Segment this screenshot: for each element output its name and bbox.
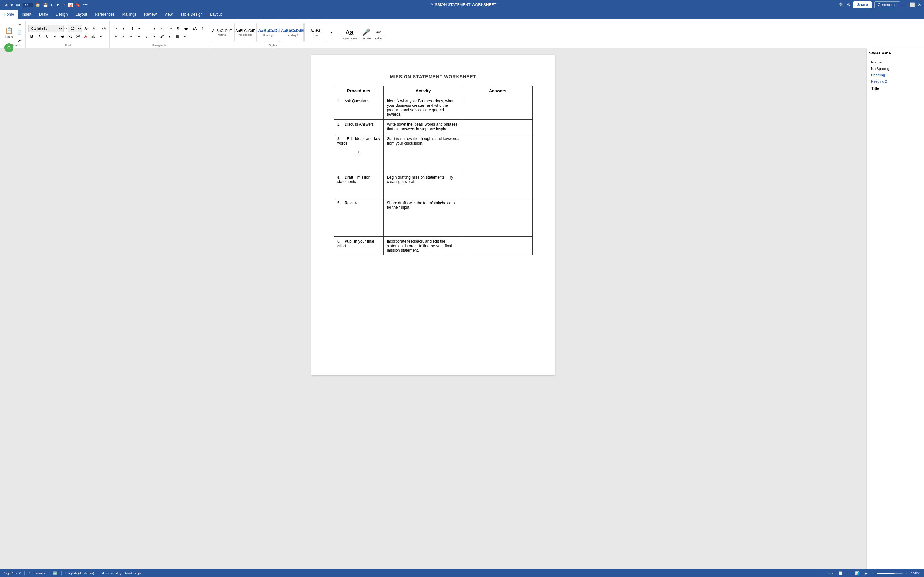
highlight-button[interactable]: ab — [90, 33, 97, 40]
superscript-button[interactable]: x² — [74, 33, 81, 40]
web-layout-icon[interactable]: ≡ — [846, 571, 851, 576]
bookmark-icon[interactable]: 🔖 — [75, 2, 81, 8]
show-formatting[interactable]: ◀▶ — [182, 25, 190, 32]
zoom-out-button[interactable]: − — [871, 571, 876, 576]
style-entry-normal[interactable]: Normal — [869, 59, 921, 65]
page-info[interactable]: Page 1 of 2 — [3, 571, 21, 575]
tab-draw[interactable]: Draw — [35, 10, 52, 19]
tab-table-layout[interactable]: Layout — [206, 10, 226, 19]
numbered-list-button[interactable]: ≡1 — [128, 25, 135, 32]
style-no-spacing[interactable]: AaBbCcDdE No Spacing — [234, 23, 257, 42]
present-icon[interactable]: 📊 — [67, 2, 73, 8]
answer-4[interactable] — [463, 172, 533, 198]
search-icon[interactable]: 🔍 — [838, 2, 844, 7]
user-avatar[interactable]: G — [5, 48, 13, 52]
print-layout-icon[interactable]: 📄 — [837, 571, 844, 576]
accessibility-status[interactable]: Accessibility: Good to go — [102, 571, 141, 575]
italic-button[interactable]: I — [36, 33, 43, 40]
zoom-level[interactable]: 156% — [910, 571, 921, 576]
shading-dd[interactable]: ▾ — [166, 33, 173, 40]
decrease-indent[interactable]: ⇤ — [159, 25, 166, 32]
close-icon[interactable]: ✕ — [918, 2, 921, 7]
spell-check-icon[interactable]: 🔤 — [53, 571, 57, 575]
underline-button[interactable]: U — [44, 33, 51, 40]
reading-view-icon[interactable]: ▶ — [863, 571, 869, 576]
tab-design[interactable]: Design — [52, 10, 71, 19]
align-center-button[interactable]: ≡ — [120, 33, 127, 40]
bullet-dd[interactable]: ▾ — [120, 25, 127, 32]
styles-more-button[interactable]: ▾ — [328, 29, 335, 36]
clear-formatting[interactable]: ✕A — [99, 25, 107, 32]
editor-button[interactable]: ✏ Editor — [373, 25, 384, 43]
answer-5[interactable] — [463, 198, 533, 237]
tab-table-design[interactable]: Table Design — [176, 10, 206, 19]
tab-review[interactable]: Review — [140, 10, 160, 19]
settings-icon[interactable]: ⚙ — [846, 2, 851, 7]
undo-dropdown-icon[interactable]: ▾ — [56, 2, 60, 8]
font-color-dropdown[interactable]: ▾ — [97, 33, 105, 40]
redo-icon[interactable]: ↪ — [61, 2, 66, 8]
autosave-state[interactable]: OFF — [23, 3, 33, 7]
zoom-slider[interactable] — [877, 572, 903, 574]
table-add-button[interactable]: + — [356, 150, 361, 155]
style-normal[interactable]: AaBbCcDdE Normal — [211, 23, 233, 42]
style-entry-title[interactable]: Title — [869, 85, 921, 92]
answer-2[interactable] — [463, 119, 533, 134]
style-heading1[interactable]: AaBbCcDd Heading 1 — [258, 23, 280, 42]
justify-button[interactable]: ≡ — [136, 33, 142, 40]
save-icon[interactable]: 💾 — [42, 2, 49, 8]
minimize-icon[interactable]: — — [903, 2, 907, 7]
share-button[interactable]: Share — [853, 1, 872, 8]
line-spacing-button[interactable]: ↕ — [143, 33, 150, 40]
font-size-decrease[interactable]: A▾ — [64, 27, 67, 30]
multilevel-dd[interactable]: ▾ — [151, 25, 158, 32]
align-left-button[interactable]: ≡ — [112, 33, 120, 40]
show-marks[interactable]: ¶ — [199, 25, 206, 32]
styles-pane-button[interactable]: Aa Styles Pane — [340, 25, 359, 43]
bullet-list-button[interactable]: ≡• — [112, 25, 120, 32]
dictate-button[interactable]: 🎤 Dictate — [360, 25, 373, 43]
font-name-select[interactable]: Calibri (Bo... — [28, 25, 63, 32]
tab-references[interactable]: References — [91, 10, 118, 19]
style-entry-heading2[interactable]: Heading 2 — [869, 78, 921, 85]
border-button[interactable]: ▦ — [174, 33, 181, 40]
more-icon[interactable]: ••• — [82, 2, 88, 8]
bold-button[interactable]: B — [28, 33, 35, 40]
maximize-icon[interactable]: ⬜ — [909, 2, 915, 7]
pilcrow-button[interactable]: ¶ — [174, 25, 181, 32]
increase-indent[interactable]: ⇥ — [166, 25, 174, 32]
tab-layout[interactable]: Layout — [71, 10, 91, 19]
style-entry-heading1[interactable]: Heading 1 — [869, 72, 921, 78]
language[interactable]: English (Australia) — [65, 571, 94, 575]
increase-font-size[interactable]: A↑ — [83, 25, 90, 32]
tab-view[interactable]: View — [160, 10, 176, 19]
align-right-button[interactable]: ≡ — [128, 33, 135, 40]
style-entry-no-spacing[interactable]: No Spacing — [869, 65, 921, 72]
decrease-font-size[interactable]: A↓ — [91, 25, 99, 32]
tab-mailings[interactable]: Mailings — [118, 10, 140, 19]
font-size-select[interactable]: 12 — [68, 25, 82, 32]
answer-3[interactable] — [463, 134, 533, 172]
paste-button[interactable]: 📋 Paste — [3, 23, 15, 41]
text-color-button[interactable]: A — [82, 33, 89, 40]
format-painter-button[interactable]: 🖌 — [16, 37, 23, 44]
subscript-button[interactable]: x₂ — [67, 33, 74, 40]
answer-6[interactable] — [463, 237, 533, 255]
word-count[interactable]: 139 words — [29, 571, 45, 575]
home-icon[interactable]: 🏠 — [35, 2, 41, 8]
zoom-in-button[interactable]: + — [904, 571, 908, 576]
cut-button[interactable]: ✂ — [16, 21, 23, 28]
tab-insert[interactable]: Insert — [18, 10, 35, 19]
strikethrough-button[interactable]: S — [59, 33, 66, 40]
style-title[interactable]: AaBb Title — [304, 23, 327, 42]
comments-button[interactable]: Comments — [874, 1, 900, 8]
tab-home[interactable]: Home — [0, 10, 18, 19]
undo-icon[interactable]: ↩ — [50, 2, 55, 8]
shading-button[interactable]: 🖌 — [158, 33, 166, 40]
answer-1[interactable] — [463, 96, 533, 119]
style-heading2[interactable]: AaBbCcDdE Heading 2 — [281, 23, 304, 42]
multilevel-list-button[interactable]: ≡≡ — [144, 25, 151, 32]
focus-mode-button[interactable]: Focus — [822, 571, 835, 576]
sort-button[interactable]: ↕A — [191, 25, 198, 32]
numbered-dd[interactable]: ▾ — [136, 25, 143, 32]
